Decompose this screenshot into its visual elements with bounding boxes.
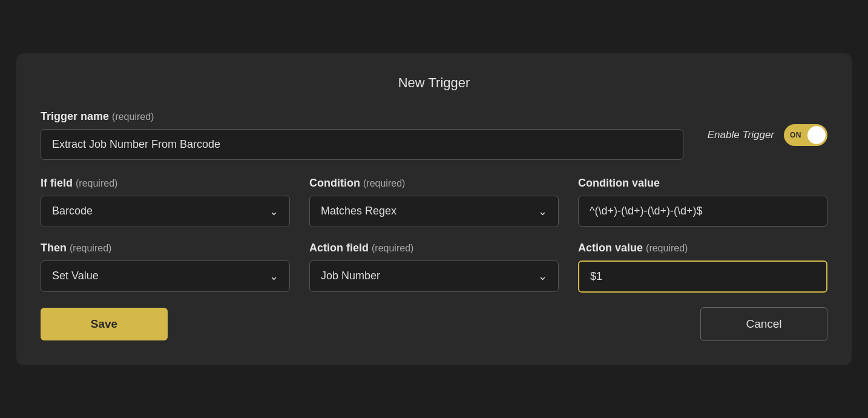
action-value-group: Action value (required) bbox=[578, 242, 827, 293]
if-field-group: If field (required) Barcode ⌄ bbox=[41, 177, 290, 227]
if-field-value: Barcode bbox=[52, 205, 93, 217]
condition-select[interactable]: Matches Regex ⌄ bbox=[309, 196, 559, 227]
trigger-name-field: Trigger name (required) bbox=[41, 110, 683, 160]
condition-row: If field (required) Barcode ⌄ Condition … bbox=[41, 177, 827, 227]
action-field-value: Job Number bbox=[321, 270, 380, 282]
if-field-required: (required) bbox=[76, 178, 117, 188]
action-field-select[interactable]: Job Number ⌄ bbox=[309, 260, 559, 292]
then-required: (required) bbox=[70, 243, 111, 253]
action-value-label: Action value (required) bbox=[578, 242, 827, 254]
toggle-thumb bbox=[807, 126, 826, 144]
then-select[interactable]: Set Value ⌄ bbox=[41, 260, 290, 292]
enable-trigger-toggle[interactable]: ON bbox=[784, 124, 827, 146]
toggle-on-text: ON bbox=[790, 131, 801, 139]
trigger-name-label: Trigger name (required) bbox=[41, 110, 683, 123]
then-value: Set Value bbox=[52, 270, 99, 282]
then-group: Then (required) Set Value ⌄ bbox=[41, 242, 290, 293]
if-field-select[interactable]: Barcode ⌄ bbox=[41, 196, 290, 227]
then-chevron-icon: ⌄ bbox=[269, 270, 278, 283]
action-field-required: (required) bbox=[372, 243, 413, 253]
action-row: Then (required) Set Value ⌄ Action field… bbox=[41, 242, 827, 293]
condition-value-group: Condition value bbox=[578, 177, 827, 227]
action-field-group: Action field (required) Job Number ⌄ bbox=[309, 242, 559, 293]
condition-value-input[interactable] bbox=[578, 196, 827, 227]
enable-trigger-wrap: Enable Trigger ON bbox=[708, 124, 827, 146]
cancel-button[interactable]: Cancel bbox=[700, 307, 827, 341]
condition-required: (required) bbox=[363, 178, 405, 188]
enable-trigger-label: Enable Trigger bbox=[708, 129, 774, 141]
condition-value: Matches Regex bbox=[321, 205, 396, 217]
condition-chevron-icon: ⌄ bbox=[538, 205, 547, 218]
if-field-label: If field (required) bbox=[41, 177, 290, 190]
new-trigger-dialog: New Trigger Trigger name (required) Enab… bbox=[16, 53, 852, 365]
buttons-row: Save Cancel bbox=[41, 307, 827, 341]
if-field-chevron-icon: ⌄ bbox=[269, 205, 278, 218]
then-label: Then (required) bbox=[41, 242, 290, 254]
action-value-input[interactable] bbox=[578, 260, 827, 293]
condition-value-label: Condition value bbox=[578, 177, 827, 190]
trigger-name-required: (required) bbox=[112, 111, 154, 122]
save-button[interactable]: Save bbox=[41, 308, 168, 340]
trigger-name-input[interactable] bbox=[41, 129, 683, 160]
condition-label: Condition (required) bbox=[309, 177, 559, 190]
trigger-name-row: Trigger name (required) Enable Trigger O… bbox=[41, 110, 827, 160]
dialog-title: New Trigger bbox=[41, 75, 827, 91]
condition-group: Condition (required) Matches Regex ⌄ bbox=[309, 177, 559, 227]
action-field-chevron-icon: ⌄ bbox=[538, 270, 547, 283]
action-field-label: Action field (required) bbox=[309, 242, 559, 254]
action-value-required: (required) bbox=[646, 243, 688, 253]
